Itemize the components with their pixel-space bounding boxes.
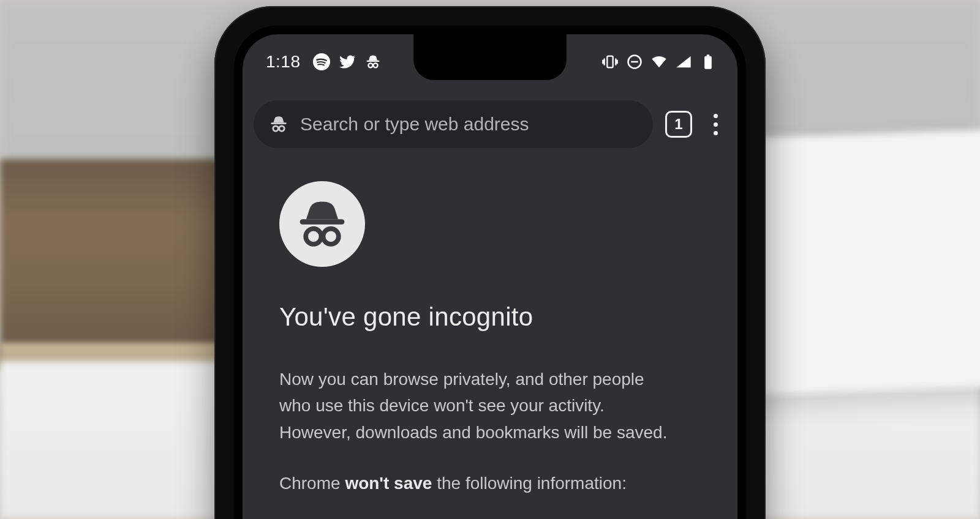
battery-icon	[699, 53, 717, 70]
address-bar[interactable]	[254, 100, 653, 148]
phone-frame: 1:18	[214, 6, 766, 519]
incognito-icon	[268, 114, 289, 135]
browser-toolbar: 1	[254, 100, 726, 148]
svg-rect-9	[271, 122, 287, 124]
svg-rect-8	[707, 54, 710, 56]
tab-count: 1	[674, 116, 682, 133]
svg-point-10	[273, 126, 279, 132]
wont-save-line: Chrome won't save the following informat…	[279, 474, 701, 493]
phone-screen: 1:18	[243, 34, 737, 519]
vibrate-icon	[601, 53, 619, 70]
svg-point-13	[306, 229, 321, 244]
status-clock: 1:18	[266, 52, 301, 72]
spotify-icon	[313, 53, 330, 70]
svg-point-2	[368, 63, 372, 67]
incognito-hero-icon	[279, 181, 365, 267]
svg-rect-1	[366, 61, 379, 62]
wifi-icon	[650, 53, 668, 70]
dnd-icon	[626, 53, 643, 70]
svg-point-14	[323, 229, 339, 244]
signal-icon	[675, 53, 692, 70]
overflow-menu-button[interactable]	[704, 114, 726, 135]
svg-rect-4	[607, 56, 612, 68]
svg-rect-7	[704, 56, 712, 69]
page-title: You've gone incognito	[279, 302, 701, 332]
incognito-notification-icon	[364, 53, 382, 70]
twitter-icon	[339, 53, 356, 70]
intro-paragraph: Now you can browse privately, and other …	[279, 366, 671, 446]
photo-background: 1:18	[0, 0, 980, 519]
svg-point-3	[373, 63, 377, 67]
incognito-landing: You've gone incognito Now you can browse…	[279, 181, 701, 493]
svg-rect-12	[300, 219, 345, 224]
display-notch	[413, 34, 567, 80]
svg-point-11	[279, 126, 285, 132]
tab-switcher-button[interactable]: 1	[665, 111, 692, 138]
search-input[interactable]	[300, 114, 638, 135]
